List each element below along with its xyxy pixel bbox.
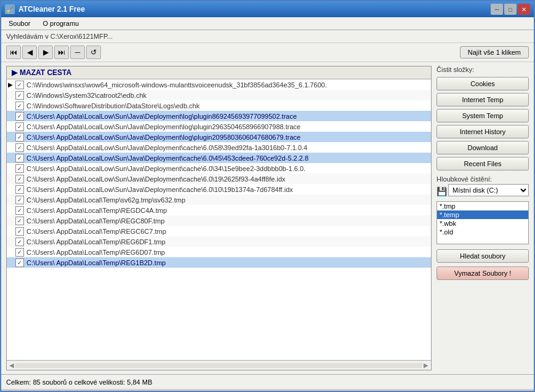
ext-item-temp[interactable]: *.temp bbox=[437, 210, 528, 219]
list-scroll[interactable]: ▶C:\Windows\winsxs\wow64_microsoft-windo… bbox=[7, 79, 431, 360]
row-checkbox[interactable] bbox=[15, 175, 24, 183]
row-checkbox[interactable] bbox=[15, 154, 24, 162]
row-checkbox[interactable] bbox=[15, 133, 24, 142]
window-controls: ─ □ ✕ bbox=[491, 4, 530, 15]
minimize-button[interactable]: ─ bbox=[491, 4, 503, 15]
row-checkbox[interactable] bbox=[15, 91, 24, 100]
table-row[interactable]: C:\Users\ AppData\LocalLow\Sun\Java\Depl… bbox=[7, 174, 431, 184]
toolbar-next-button[interactable]: ▶ bbox=[38, 46, 53, 59]
row-path-text: C:\Users\ AppData\LocalLow\Sun\Java\Depl… bbox=[26, 144, 307, 151]
row-checkbox[interactable] bbox=[15, 206, 24, 215]
delete-files-button[interactable]: Vymazat Soubory ! bbox=[436, 266, 529, 280]
toolbar-minus-button[interactable]: ─ bbox=[70, 46, 85, 59]
table-row[interactable]: C:\Users\ AppData\LocalLow\Sun\Java\Depl… bbox=[7, 142, 431, 153]
internet-history-button[interactable]: Internet History bbox=[436, 125, 529, 138]
table-row[interactable]: C:\Users\ AppData\Local\Temp\REGC80F.tmp bbox=[7, 215, 431, 226]
status-text: Celkem: 85 souborů o celkové velikosti: … bbox=[6, 378, 152, 386]
extension-list[interactable]: *.tmp *.temp *.wbk *.old bbox=[436, 201, 529, 244]
close-button[interactable]: ✕ bbox=[518, 4, 530, 15]
row-path-text: C:\Users\ AppData\Local\Temp\sv62g.tmp\s… bbox=[26, 196, 185, 204]
row-path-text: C:\Windows\System32\catroot2\edb.chk bbox=[26, 92, 147, 99]
row-path-text: C:\Users\ AppData\LocalLow\Sun\Java\Depl… bbox=[26, 154, 308, 162]
row-path-text: C:\Users\ AppData\Local\Temp\REGDC4A.tmp bbox=[26, 207, 167, 214]
row-checkbox[interactable] bbox=[15, 102, 24, 110]
toolbar-refresh-button[interactable]: ↺ bbox=[86, 46, 101, 59]
ext-item-wbk[interactable]: *.wbk bbox=[437, 219, 528, 228]
maximize-button[interactable]: □ bbox=[504, 4, 517, 15]
right-panel: Čistit složky: Cookies Internet Temp Sys… bbox=[436, 66, 529, 370]
row-path-text: C:\Users\ AppData\LocalLow\Sun\Java\Depl… bbox=[26, 165, 305, 172]
expand-icon: ▶ bbox=[12, 68, 17, 77]
row-checkbox[interactable] bbox=[15, 143, 24, 152]
row-path-text: C:\Users\ AppData\Local\Temp\REGC80F.tmp bbox=[26, 217, 164, 225]
table-row[interactable]: C:\Users\ AppData\Local\Temp\REGDC4A.tmp bbox=[7, 205, 431, 215]
drive-selector[interactable]: Místní disk (C:) Místní disk (D:) bbox=[448, 184, 529, 196]
row-path-text: C:\Users\ AppData\Local\Temp\REG6D07.tmp bbox=[26, 249, 165, 256]
row-path-text: C:\Users\ AppData\Local\Temp\REG6DF1.tmp bbox=[26, 238, 166, 246]
row-path-text: C:\Users\ AppData\Local\Temp\REGC6C7.tmp bbox=[26, 228, 166, 235]
recent-files-button[interactable]: Recent Files bbox=[436, 157, 529, 170]
table-row[interactable]: C:\Windows\SoftwareDistribution\DataStor… bbox=[7, 100, 431, 111]
row-checkbox[interactable] bbox=[15, 122, 24, 131]
row-path-text: C:\Users\ AppData\LocalLow\Sun\Java\Depl… bbox=[26, 175, 286, 183]
ext-item-tmp[interactable]: *.tmp bbox=[437, 202, 528, 210]
row-checkbox[interactable] bbox=[15, 258, 24, 267]
ext-item-old[interactable]: *.old bbox=[437, 228, 528, 236]
menubar: Soubor O programu bbox=[1, 17, 534, 30]
table-row[interactable]: C:\Users\ AppData\Local\Temp\REG6DF1.tmp bbox=[7, 236, 431, 247]
table-row[interactable]: C:\Users\ AppData\LocalLow\Sun\Java\Depl… bbox=[7, 184, 431, 194]
table-row[interactable]: C:\Users\ AppData\Local\Temp\REGC6C7.tmp bbox=[7, 226, 431, 236]
row-checkbox[interactable] bbox=[15, 164, 24, 173]
menu-soubor[interactable]: Soubor bbox=[4, 18, 35, 28]
table-row[interactable]: C:\Windows\System32\catroot2\edb.chk bbox=[7, 90, 431, 100]
toolbar-prev-button[interactable]: ◀ bbox=[22, 46, 37, 59]
table-row[interactable]: C:\Users\ AppData\Local\Temp\REG6D07.tmp bbox=[7, 247, 431, 257]
row-path-text: C:\Users\ AppData\LocalLow\Sun\Java\Depl… bbox=[26, 186, 293, 193]
table-row[interactable]: C:\Users\ AppData\LocalLow\Sun\Java\Depl… bbox=[7, 132, 431, 142]
internet-temp-button[interactable]: Internet Temp bbox=[436, 93, 529, 106]
row-path-text: C:\Windows\winsxs\wow64_microsoft-window… bbox=[26, 81, 327, 89]
row-checkbox[interactable] bbox=[15, 112, 24, 121]
clean-section-label: Čistit složky: bbox=[436, 66, 529, 73]
table-row[interactable]: C:\Users\ AppData\LocalLow\Sun\Java\Depl… bbox=[7, 153, 431, 163]
system-temp-button[interactable]: System Temp bbox=[436, 109, 529, 122]
search-status: Vyhledávám v C:\Xerox\6121MFP... bbox=[1, 30, 534, 43]
row-checkbox[interactable] bbox=[15, 196, 24, 204]
search-files-button[interactable]: Hledat soubory bbox=[436, 249, 529, 263]
window-title: ATCleaner 2.1 Free bbox=[18, 5, 491, 14]
row-path-text: C:\Users\ AppData\LocalLow\Sun\Java\Depl… bbox=[26, 123, 300, 130]
file-list-panel: ▶ MAZAT CESTA ▶C:\Windows\winsxs\wow64_m… bbox=[6, 66, 432, 370]
table-row[interactable]: ▶C:\Windows\winsxs\wow64_microsoft-windo… bbox=[7, 79, 431, 90]
horizontal-scrollbar[interactable]: ◀ ▶ bbox=[7, 360, 431, 370]
toolbar-first-button[interactable]: ⏮ bbox=[6, 46, 21, 59]
menu-o-programu[interactable]: O programu bbox=[38, 18, 84, 28]
table-row[interactable]: C:\Users\ AppData\LocalLow\Sun\Java\Depl… bbox=[7, 121, 431, 132]
depth-section: Hloubkové čistění: 💾 Místní disk (C:) Mí… bbox=[436, 175, 529, 244]
row-checkbox[interactable] bbox=[15, 227, 24, 236]
row-path-text: C:\Users\ AppData\LocalLow\Sun\Java\Depl… bbox=[26, 134, 300, 141]
find-all-button[interactable]: Najít vše 1 klikem bbox=[460, 46, 529, 58]
row-checkbox[interactable] bbox=[15, 185, 24, 194]
row-checkbox[interactable] bbox=[15, 238, 24, 246]
depth-label: Hloubkové čistění: bbox=[436, 175, 529, 183]
table-row[interactable]: C:\Users\ AppData\Local\Temp\REG1B2D.tmp bbox=[7, 257, 431, 268]
row-checkbox[interactable] bbox=[15, 81, 24, 89]
row-checkbox[interactable] bbox=[15, 217, 24, 225]
list-header-label: MAZAT CESTA bbox=[20, 68, 71, 77]
row-path-text: C:\Users\ AppData\Local\Temp\REG1B2D.tmp bbox=[26, 259, 166, 266]
drive-icon: 💾 bbox=[436, 186, 447, 196]
row-path-text: C:\Windows\SoftwareDistribution\DataStor… bbox=[26, 102, 199, 110]
row-path-text: C:\Users\ AppData\LocalLow\Sun\Java\Depl… bbox=[26, 113, 297, 120]
toolbar-last-button[interactable]: ⏭ bbox=[54, 46, 69, 59]
download-button[interactable]: Download bbox=[436, 141, 529, 154]
table-row[interactable]: C:\Users\ AppData\LocalLow\Sun\Java\Depl… bbox=[7, 163, 431, 174]
table-row[interactable]: C:\Users\ AppData\Local\Temp\sv62g.tmp\s… bbox=[7, 194, 431, 205]
toolbar: ⏮ ◀ ▶ ⏭ ─ ↺ Najít vše 1 klikem bbox=[1, 43, 534, 62]
list-header: ▶ MAZAT CESTA bbox=[7, 66, 431, 79]
cookies-button[interactable]: Cookies bbox=[436, 77, 529, 90]
app-icon: 🧹 bbox=[5, 4, 15, 14]
statusbar: Celkem: 85 souborů o celkové velikosti: … bbox=[1, 374, 534, 389]
expand-arrow-icon: ▶ bbox=[8, 81, 15, 88]
table-row[interactable]: C:\Users\ AppData\LocalLow\Sun\Java\Depl… bbox=[7, 111, 431, 121]
row-checkbox[interactable] bbox=[15, 248, 24, 257]
